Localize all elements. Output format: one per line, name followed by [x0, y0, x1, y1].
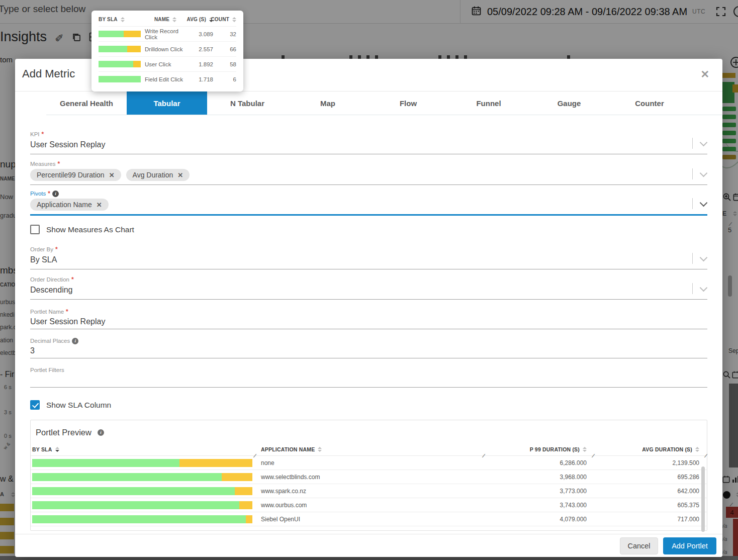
sla-bar: [99, 61, 141, 67]
order-direction-field[interactable]: Order Direction* Descending: [30, 275, 707, 300]
decimal-places-field[interactable]: Decimal Placesi 3: [30, 337, 707, 358]
tooltip-row: Field Edit Click 1.718 6: [99, 71, 236, 86]
pivots-label: Pivots: [30, 191, 46, 197]
portlet-preview-title: Portlet Preview: [36, 428, 91, 437]
sort-icon: [172, 17, 176, 22]
remove-chip-icon[interactable]: ✕: [97, 201, 102, 209]
sort-icon: [121, 17, 125, 22]
measure-chip[interactable]: Avg Duration✕: [126, 169, 190, 181]
show-sla-column-checkbox[interactable]: [30, 400, 40, 410]
chevron-down-icon[interactable]: [700, 284, 708, 292]
tab-map[interactable]: Map: [288, 91, 368, 115]
column-resize-handle[interactable]: ∕∕: [254, 453, 255, 458]
p99-duration-cell: 3,773.000: [485, 488, 594, 495]
column-header-by-sla[interactable]: BY SLA ∕∕: [31, 446, 256, 452]
show-measures-as-chart-checkbox[interactable]: [30, 225, 40, 234]
p99-duration-cell: 4,079.000: [485, 516, 594, 523]
info-icon[interactable]: i: [98, 429, 104, 436]
divider: [692, 138, 693, 149]
modal-title: Add Metric: [22, 67, 75, 80]
required-marker: *: [42, 131, 44, 138]
sort-icon: [583, 447, 587, 452]
add-portlet-button[interactable]: Add Portlet: [663, 537, 716, 554]
pivots-field[interactable]: Pivots*i Application Name✕: [30, 190, 707, 216]
sla-bar: [99, 31, 141, 37]
preview-scrollbar[interactable]: [701, 466, 705, 532]
column-resize-handle[interactable]: ∕∕: [593, 453, 593, 458]
portlet-filters-field[interactable]: Portlet Filters: [30, 366, 707, 388]
measure-chip[interactable]: Percentile99 Duration✕: [30, 169, 121, 181]
sort-icon: [232, 17, 236, 22]
avg-duration-cell: 605.375: [594, 502, 707, 509]
avg-duration-cell: 717.000: [594, 516, 707, 523]
sla-breakdown-tooltip: BY SLA NAME AVG (S) COUNT Write Record C…: [91, 11, 243, 91]
measures-label: Measures: [30, 161, 56, 167]
event-name-cell: Field Edit Click: [145, 76, 186, 82]
tooltip-header-name[interactable]: NAME: [145, 17, 186, 22]
metric-type-tabs: General Health Tabular N Tabular Map Flo…: [46, 91, 722, 115]
required-marker: *: [66, 308, 68, 315]
chevron-down-icon[interactable]: [700, 199, 708, 207]
required-marker: *: [55, 246, 58, 253]
column-resize-handle[interactable]: ∕∕: [705, 453, 706, 458]
tooltip-row: Drilldown Click 2.557 66: [99, 41, 236, 56]
chevron-down-icon[interactable]: [700, 138, 708, 146]
application-name-cell: www.ourbus.com: [256, 502, 485, 509]
decimal-places-input[interactable]: 3: [30, 345, 707, 358]
portlet-name-label: Portlet Name: [30, 309, 64, 315]
info-icon[interactable]: i: [72, 338, 78, 344]
application-name-cell: none: [256, 459, 485, 466]
portlet-name-input[interactable]: User Session Replay: [30, 316, 707, 329]
show-measures-as-chart-row[interactable]: Show Measures As Chart: [30, 225, 707, 234]
column-resize-handle[interactable]: ∕∕: [483, 453, 484, 458]
avg-cell: 3.089: [186, 31, 213, 37]
cancel-button[interactable]: Cancel: [620, 537, 658, 554]
chevron-down-icon[interactable]: [700, 253, 708, 261]
order-by-field[interactable]: Order By* By SLA: [30, 245, 707, 269]
tooltip-header-avg[interactable]: AVG (S): [186, 17, 213, 22]
preview-table-header: BY SLA ∕∕ APPLICATION NAME ∕∕ P 99 DURAT…: [31, 438, 707, 456]
tooltip-row: User Click 1.892 58: [99, 56, 236, 71]
tab-flow[interactable]: Flow: [368, 91, 448, 115]
tab-counter[interactable]: Counter: [609, 91, 690, 115]
close-icon[interactable]: ✕: [700, 69, 709, 79]
kpi-field[interactable]: KPI* User Session Replay: [30, 130, 707, 154]
tab-general-health[interactable]: General Health: [46, 91, 127, 115]
column-header-p99-duration[interactable]: P 99 DURATION (S) ∕∕: [485, 446, 594, 452]
preview-row: Siebel OpenUI 4,079.000 717.000: [31, 512, 707, 526]
chevron-down-icon[interactable]: [700, 169, 708, 177]
sort-icon: [695, 447, 699, 452]
tooltip-header-by-sla[interactable]: BY SLA: [99, 17, 145, 22]
tab-gauge[interactable]: Gauge: [529, 91, 609, 115]
order-by-value: By SLA: [30, 253, 707, 269]
required-marker: *: [58, 160, 60, 167]
sla-bar: [99, 46, 141, 52]
tab-n-tabular[interactable]: N Tabular: [207, 91, 288, 115]
measures-field[interactable]: Measures* Percentile99 Duration✕ Avg Dur…: [30, 160, 707, 185]
count-cell: 6: [213, 76, 236, 82]
portlet-filters-input[interactable]: [30, 374, 707, 387]
decimal-places-label: Decimal Places: [30, 338, 70, 344]
event-name-cell: User Click: [145, 61, 186, 67]
order-direction-label: Order Direction: [30, 276, 69, 283]
portlet-preview: Portlet Preview i BY SLA ∕∕ APPLICATION …: [30, 420, 707, 531]
column-header-application-name[interactable]: APPLICATION NAME ∕∕: [256, 446, 485, 452]
sort-icon: [318, 447, 322, 452]
tooltip-row: Write Record Click 3.089 32: [99, 26, 236, 41]
show-sla-column-row[interactable]: Show SLA Column: [30, 400, 707, 410]
kpi-label: KPI: [30, 131, 40, 137]
column-header-avg-duration[interactable]: AVG DURATION (S) ∕∕: [594, 446, 707, 452]
p99-duration-cell: 6,286.000: [485, 459, 594, 466]
tab-tabular[interactable]: Tabular: [127, 91, 207, 115]
info-icon[interactable]: i: [52, 191, 59, 197]
remove-chip-icon[interactable]: ✕: [177, 171, 183, 179]
portlet-name-field[interactable]: Portlet Name* User Session Replay: [30, 308, 707, 329]
pivot-chip[interactable]: Application Name✕: [30, 199, 109, 211]
tab-funnel[interactable]: Funnel: [448, 91, 529, 115]
divider: [692, 283, 693, 294]
required-marker: *: [48, 190, 50, 197]
remove-chip-icon[interactable]: ✕: [109, 171, 115, 179]
tooltip-header-count[interactable]: COUNT: [213, 17, 236, 22]
modal-footer: Cancel Add Portlet: [15, 534, 722, 557]
avg-cell: 1.718: [186, 76, 213, 82]
